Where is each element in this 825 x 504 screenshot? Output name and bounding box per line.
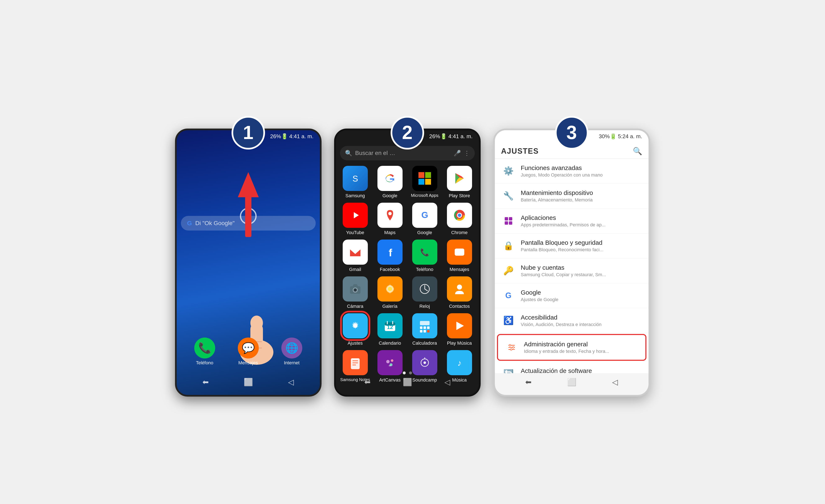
app-label-telefono: Teléfono: [416, 267, 433, 272]
app-icon-reloj: [412, 276, 437, 301]
app-icon-ajustes: [343, 313, 368, 338]
settings-item-funciones[interactable]: ⚙️ Funciones avanzadas Juegos, Modo Oper…: [495, 159, 649, 184]
svg-rect-74: [383, 355, 397, 370]
settings-text-aplicaciones: Aplicaciones Apps predeterminadas, Permi…: [521, 214, 642, 228]
nav2-home[interactable]: ⬜: [403, 378, 412, 386]
phone2: 26%🔋 4:41 a. m. 🔍 Buscar en el … 🎤 ⋮ S S…: [334, 129, 481, 397]
settings-item-bloqueo[interactable]: 🔒 Pantalla Bloqueo y seguridad Pantalla …: [495, 233, 649, 259]
search-icon: 🔍: [345, 150, 352, 157]
svg-rect-63: [427, 327, 430, 329]
nav3-recent[interactable]: ◁: [612, 378, 618, 386]
dock-app-mensajes[interactable]: 💬 Mensajes: [238, 338, 259, 366]
app-maps[interactable]: Maps: [375, 203, 405, 235]
app-icon-playmusica: [447, 313, 472, 338]
app-samsung[interactable]: S Samsung: [340, 166, 371, 199]
settings-title-aplicaciones: Aplicaciones: [521, 214, 642, 221]
settings-item-admin[interactable]: Administración general Idioma y entrada …: [497, 334, 647, 361]
svg-rect-62: [424, 327, 426, 329]
app-telefono[interactable]: 📞 Teléfono: [409, 239, 440, 272]
svg-point-41: [355, 289, 356, 291]
app-label-ajustes: Ajustes: [348, 341, 363, 346]
settings-item-mantenimiento[interactable]: 🔧 Mantenimiento dispositivo Batería, Alm…: [495, 184, 649, 209]
app-label-contactos: Contactos: [449, 304, 470, 309]
app-label-chrome: Chrome: [451, 230, 467, 235]
app-label-calendario: Calendario: [379, 341, 401, 346]
settings-text-actualizacion: Actualización de software Descargar actu…: [521, 367, 642, 373]
app-label-google2: Google: [417, 230, 432, 235]
app-icon-chrome: [447, 203, 472, 228]
nav-back[interactable]: ⬅: [203, 378, 209, 386]
dock-icon-internet: 🌐: [281, 338, 302, 358]
nav2-back[interactable]: ⬅: [364, 378, 371, 386]
step-badge-3: 3: [555, 116, 588, 149]
app-icon-microsoft: [412, 166, 437, 191]
app-google[interactable]: Google: [375, 166, 405, 199]
settings-subtitle-accesibilidad: Visión, Audición, Destreza e interacción: [521, 322, 642, 327]
app-playstore[interactable]: Play Store: [444, 166, 475, 199]
app-ajustes[interactable]: Ajustes: [340, 313, 371, 346]
app-gmail[interactable]: Gmail: [340, 239, 371, 272]
app-label-playmusica: Play Música: [447, 341, 472, 346]
app-galeria[interactable]: Galería: [375, 276, 405, 309]
app-contactos[interactable]: Contactos: [444, 276, 475, 309]
svg-point-81: [424, 361, 426, 364]
app-calendario[interactable]: 12 Calendario: [375, 313, 405, 346]
settings-item-actualizacion[interactable]: 🔄 Actualización de software Descargar ac…: [495, 362, 649, 373]
app-label-youtube: YouTube: [346, 230, 364, 235]
app-playmusica[interactable]: Play Música: [444, 313, 475, 346]
app-youtube[interactable]: YouTube: [340, 203, 371, 235]
settings-text-google: Google Ajustes de Google: [521, 289, 642, 302]
app-icon-telefono: 📞: [412, 239, 437, 265]
app-icon-galeria: [377, 276, 402, 301]
nav2-recent[interactable]: ◁: [444, 378, 450, 386]
settings-item-aplicaciones[interactable]: Aplicaciones Apps predeterminadas, Permi…: [495, 209, 649, 233]
app-camara[interactable]: Cámara: [340, 276, 371, 309]
svg-text:f: f: [388, 247, 392, 259]
svg-rect-88: [509, 221, 512, 225]
phone3-nav-bar: ⬅ ⬜ ◁: [495, 376, 649, 388]
settings-title-nube: Nube y cuentas: [521, 264, 642, 271]
settings-item-accesibilidad[interactable]: ♿ Accesibilidad Visión, Audición, Destre…: [495, 308, 649, 333]
nav3-home[interactable]: ⬜: [567, 378, 577, 386]
settings-item-google[interactable]: G Google Ajustes de Google: [495, 283, 649, 308]
settings-list: ⚙️ Funciones avanzadas Juegos, Modo Oper…: [495, 159, 649, 373]
app-chrome[interactable]: Chrome: [444, 203, 475, 235]
phone1-wrapper: 1 26%🔋 4:41 a. m.: [175, 129, 321, 397]
app-icon-google: [377, 166, 402, 191]
app-google2[interactable]: G Google: [409, 203, 440, 235]
svg-rect-66: [427, 330, 430, 333]
more-icon[interactable]: ⋮: [464, 150, 470, 157]
page-dots: [336, 370, 479, 376]
app-microsoft[interactable]: Microsoft Apps: [409, 166, 440, 199]
app-calculadora[interactable]: Calculadora: [409, 313, 440, 346]
nav-recent[interactable]: ◁: [288, 378, 294, 386]
app-facebook[interactable]: f Facebook: [375, 239, 405, 272]
svg-text:♪: ♪: [457, 358, 462, 367]
app-icon-mensajes: [447, 239, 472, 265]
settings-item-nube[interactable]: 🔑 Nube y cuentas Samsung Cloud, Copiar y…: [495, 259, 649, 283]
settings-subtitle-nube: Samsung Cloud, Copiar y restaurar, Sm...: [521, 272, 642, 277]
step-badge-2: 2: [391, 116, 424, 149]
app-mensajes[interactable]: Mensajes: [444, 239, 475, 272]
svg-point-92: [509, 345, 511, 346]
app-icon-playstore: [447, 166, 472, 191]
svg-rect-60: [420, 321, 430, 325]
svg-point-94: [510, 349, 512, 350]
settings-search-icon[interactable]: 🔍: [633, 147, 642, 156]
svg-point-2: [250, 315, 263, 330]
svg-rect-86: [509, 217, 512, 220]
settings-icon-bloqueo: 🔒: [501, 238, 516, 253]
dock-app-telefono[interactable]: 📞 Teléfono: [194, 338, 215, 366]
nav3-back[interactable]: ⬅: [525, 378, 531, 386]
app-icon-calendario: 12: [377, 313, 402, 338]
phone1-nav-bar: ⬅ ⬜ ◁: [177, 376, 320, 388]
settings-title-google: Google: [521, 289, 642, 296]
dock-app-internet[interactable]: 🌐 Internet: [281, 338, 302, 366]
mic-icon[interactable]: 🎤: [454, 150, 461, 157]
app-icon-google2: G: [412, 203, 437, 228]
dock-label-telefono: Teléfono: [196, 360, 213, 366]
swipe-up-gesture: [238, 172, 259, 237]
nav-home[interactable]: ⬜: [244, 378, 253, 386]
app-reloj[interactable]: Reloj: [409, 276, 440, 309]
phone2-nav-bar: ⬅ ⬜ ◁: [336, 376, 479, 388]
